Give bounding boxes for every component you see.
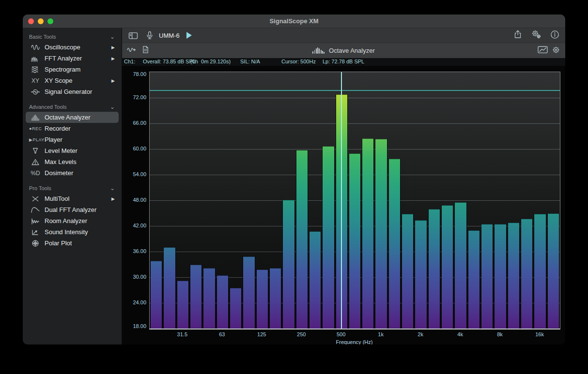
octave-band-bar-160[interactable] [269,268,281,329]
octave-band-bar-1.25k[interactable] [388,159,401,329]
octave-band-bar-5k[interactable] [468,230,480,329]
sidebar-item-octave-analyzer[interactable]: Octave Analyzer [26,112,119,123]
octave-band-bar-125[interactable] [256,269,268,329]
sil-value: SIL: N/A [240,59,260,64]
octave-band-bar-315[interactable] [309,231,321,329]
sidebar-item-label: Max Levels [45,158,77,165]
elapsed-time: (0h 0m 29.120s) [190,59,231,64]
title-bar[interactable]: SignalScope XM [23,15,565,28]
chart-area: Lp: dBZ, Fast 78.0072.0066.0060.0054.004… [122,66,565,344]
sidebar-item-level-meter[interactable]: Level Meter [26,145,119,156]
sidebar-item-max-levels[interactable]: Max Levels [26,156,119,167]
octave-band-bar-6.3k[interactable] [481,224,493,329]
octave-band-bar-40[interactable] [190,265,202,329]
view-title: Octave Analyzer [329,47,375,54]
sidebar-item-label: Spectrogram [45,66,80,73]
gridline [150,98,560,98]
submenu-arrow-icon[interactable]: ▶ [111,196,115,201]
settings-gears-button[interactable] [531,30,542,41]
sidebar-item-room-analyzer[interactable]: Room Analyzer [26,215,119,226]
frequency-cursor-line[interactable] [341,72,342,329]
close-button[interactable] [28,18,34,24]
chevron-down-icon[interactable]: ⌄ [110,104,115,110]
sidebar-item-polar-plot[interactable]: Polar Plot [26,238,119,249]
octave-band-bar-12.5k[interactable] [521,219,533,329]
sidebar-item-xy-scope[interactable]: XY XY Scope ▶ [26,75,119,86]
chart-view-button[interactable] [538,45,548,56]
octave-bar-plot[interactable] [149,72,560,329]
octave-band-bar-20k[interactable] [547,213,559,329]
sidebar-toggle-button[interactable] [128,31,139,40]
octave-band-bar-3.15k[interactable] [441,205,453,329]
y-tick-label: 42.00 [133,223,146,228]
sidebar-item-label: Level Meter [45,147,77,154]
x-tick-label: 1k [378,331,384,337]
octave-band-bar-50[interactable] [203,268,215,329]
cursor-level: Lp: 72.78 dB SPL [323,59,364,64]
main-toolbar: UMM-6 [122,28,565,43]
data-snapshot-icon[interactable] [141,45,150,56]
view-toolbar: Octave Analyzer [122,43,565,58]
octave-band-bar-100[interactable] [243,256,255,329]
share-button[interactable] [513,30,522,41]
submenu-arrow-icon[interactable]: ▶ [111,78,115,83]
microphone-icon[interactable] [145,31,154,40]
device-name[interactable]: UMM-6 [159,32,180,39]
sidebar-item-spectrogram[interactable]: Spectrogram [26,64,119,75]
chevron-down-icon[interactable]: ⌄ [110,33,115,40]
sidebar-item-recorder[interactable]: ●REC Recorder [26,123,119,134]
octave-band-bar-2.5k[interactable] [428,209,440,329]
view-settings-gear-icon[interactable] [552,45,560,56]
octave-band-bar-2k[interactable] [415,220,427,329]
sidebar-item-fft-analyzer[interactable]: FFT Analyzer ▶ [26,53,119,64]
zoom-button[interactable] [47,18,53,24]
octave-band-bar-630[interactable] [349,153,361,329]
sidebar-item-oscilloscope[interactable]: Oscilloscope ▶ [26,42,119,53]
signal-flow-icon[interactable] [127,46,137,56]
sidebar-item-multitool[interactable]: MultiTool ▶ [26,193,119,204]
spectrogram-icon [29,66,42,74]
octave-band-bar-4k[interactable] [454,202,466,329]
octave-band-bar-80[interactable] [230,288,242,329]
sidebar-item-label: Sound Intensity [45,228,88,236]
submenu-arrow-icon[interactable]: ▶ [111,56,115,61]
octave-band-bar-20[interactable] [150,261,162,329]
y-tick-label: 72.00 [133,94,146,100]
x-tick-label: 125 [257,331,266,337]
sidebar-section-advanced-tools[interactable]: Advanced Tools ⌄ [23,102,122,112]
minimize-button[interactable] [38,18,44,24]
sidebar-item-dosimeter[interactable]: %D Dosimeter [26,167,119,179]
sidebar-section-basic-tools[interactable]: Basic Tools ⌄ [23,32,122,42]
channel-label: Ch1: [124,59,135,64]
octave-band-bar-250[interactable] [296,150,308,329]
start-measurement-button[interactable] [186,32,192,39]
octave-band-bar-200[interactable] [282,200,294,329]
chevron-down-icon[interactable]: ⌄ [110,185,115,192]
info-button[interactable] [550,30,559,41]
y-tick-label: 18.00 [133,323,146,329]
octave-band-bar-16k[interactable] [534,214,546,329]
octave-band-bar-8k[interactable] [494,224,506,329]
x-tick-label: 63 [219,331,225,337]
gridline [150,149,560,150]
octave-band-bar-1.6k[interactable] [402,214,414,329]
octave-band-bar-63[interactable] [217,275,229,329]
y-tick-label: 48.00 [133,197,146,203]
measurement-status-bar: Ch1: Overall: 73.85 dB SPL (0h 0m 29.120… [122,58,565,66]
sidebar-item-sound-intensity[interactable]: Sound Intensity [26,226,119,238]
sidebar-section-pro-tools[interactable]: Pro Tools ⌄ [23,183,122,193]
octave-band-bar-25[interactable] [163,247,175,329]
octave-band-bar-800[interactable] [362,138,374,329]
sidebar-item-player[interactable]: ▶PLAY Player [26,134,119,145]
octave-band-bar-400[interactable] [322,146,334,329]
multitool-icon [29,195,42,203]
octave-band-bar-10k[interactable] [508,223,520,329]
signal-generator-icon [29,88,42,96]
octave-band-bar-1k[interactable] [375,139,387,329]
submenu-arrow-icon[interactable]: ▶ [111,45,115,50]
sidebar-item-label: Dosimeter [45,169,73,177]
sidebar-item-label: Player [45,136,62,143]
sidebar-item-signal-generator[interactable]: Signal Generator [26,86,119,97]
sidebar-item-dual-fft-analyzer[interactable]: Dual FFT Analyzer [26,204,119,215]
octave-band-bar-31.5[interactable] [177,281,189,329]
